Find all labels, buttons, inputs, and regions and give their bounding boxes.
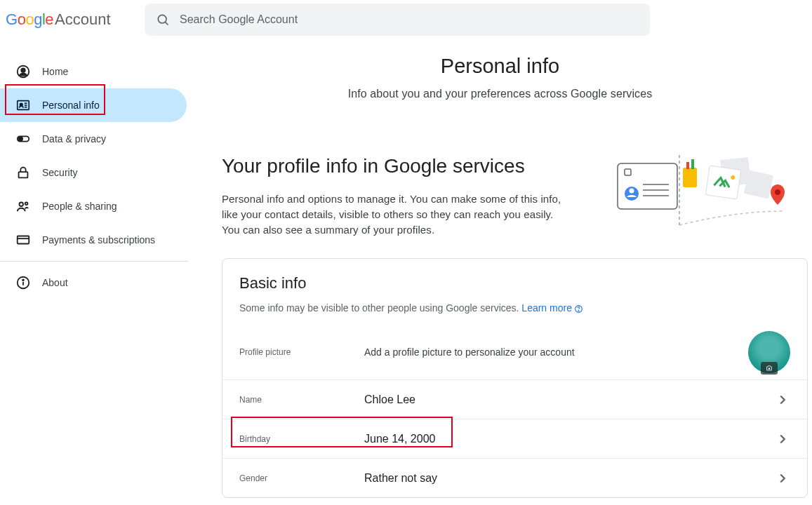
id-card-icon <box>15 97 32 113</box>
row-profile-picture[interactable]: Profile picture Add a profile picture to… <box>222 325 807 379</box>
svg-rect-19 <box>618 163 677 209</box>
chevron-right-icon <box>775 431 790 447</box>
basic-info-card: Basic info Some info may be visible to o… <box>222 258 808 498</box>
svg-point-34 <box>775 189 780 195</box>
row-value: June 14, 2000 <box>364 433 775 445</box>
profile-section-desc: Personal info and options to manage it. … <box>222 191 573 237</box>
row-name[interactable]: Name Chloe Lee <box>222 379 807 419</box>
row-gender[interactable]: Gender Rather not say <box>222 458 807 497</box>
sidebar-item-label: Payments & subscriptions <box>42 234 155 245</box>
lock-icon <box>15 165 32 180</box>
svg-point-5 <box>20 103 22 106</box>
sidebar-item-data-privacy[interactable]: Data & privacy <box>0 122 187 156</box>
profile-section-title: Your profile info in Google services <box>222 155 573 177</box>
svg-rect-14 <box>18 236 29 244</box>
search-input[interactable] <box>180 13 639 26</box>
svg-rect-29 <box>691 159 694 169</box>
help-icon <box>574 304 583 314</box>
svg-point-10 <box>19 137 22 141</box>
svg-line-1 <box>166 22 168 25</box>
sidebar-item-label: About <box>42 277 68 288</box>
svg-point-13 <box>25 203 28 206</box>
divider <box>0 261 188 262</box>
sidebar-item-security[interactable]: Security <box>0 156 187 189</box>
svg-point-22 <box>630 189 634 194</box>
sidebar-item-label: Data & privacy <box>42 133 106 144</box>
info-icon <box>15 275 32 290</box>
svg-point-36 <box>578 311 579 311</box>
sidebar-item-label: People & sharing <box>42 201 117 212</box>
page-title: Personal info <box>188 55 812 78</box>
sidebar-item-people-sharing[interactable]: People & sharing <box>0 189 187 223</box>
page-subtitle: Info about you and your preferences acro… <box>188 88 812 100</box>
svg-point-37 <box>768 368 771 370</box>
header: Google Account <box>0 0 812 39</box>
home-icon <box>15 64 32 79</box>
people-icon <box>15 198 32 214</box>
row-value: Add a profile picture to personalize you… <box>364 346 748 358</box>
chevron-right-icon <box>775 392 790 408</box>
svg-rect-33 <box>744 170 773 199</box>
sidebar-item-label: Home <box>42 66 68 77</box>
row-value: Rather not say <box>364 472 775 485</box>
svg-point-12 <box>20 203 24 207</box>
row-value: Chloe Lee <box>364 393 775 406</box>
svg-rect-11 <box>19 172 28 177</box>
chevron-right-icon <box>775 471 790 486</box>
sidebar: Home Personal info Data & privacy Securi… <box>0 39 188 498</box>
sidebar-item-payments[interactable]: Payments & subscriptions <box>0 223 187 257</box>
sidebar-item-label: Personal info <box>42 100 100 111</box>
sidebar-item-personal-info[interactable]: Personal info <box>0 88 187 122</box>
camera-icon <box>761 362 778 375</box>
card-icon <box>15 232 32 248</box>
row-label: Name <box>239 395 364 405</box>
sidebar-item-about[interactable]: About <box>0 266 187 299</box>
illustration <box>609 155 806 232</box>
svg-point-18 <box>22 279 24 281</box>
basic-info-subtitle: Some info may be visible to other people… <box>222 297 807 325</box>
svg-point-3 <box>21 68 25 72</box>
row-birthday[interactable]: Birthday June 14, 2000 <box>222 419 807 458</box>
basic-info-title: Basic info <box>222 259 807 297</box>
row-label: Profile picture <box>239 347 364 357</box>
toggle-icon <box>15 131 32 147</box>
sidebar-item-home[interactable]: Home <box>0 55 187 88</box>
logo[interactable]: Google Account <box>6 11 145 29</box>
product-name: Account <box>55 11 111 29</box>
row-label: Birthday <box>239 434 364 444</box>
svg-point-0 <box>158 15 166 23</box>
row-label: Gender <box>239 473 364 483</box>
svg-rect-27 <box>683 168 697 187</box>
google-logo: Google <box>6 11 53 29</box>
search-bar[interactable] <box>145 4 650 36</box>
search-icon <box>156 13 170 27</box>
learn-more-link[interactable]: Learn more <box>521 302 583 314</box>
svg-rect-28 <box>686 162 689 169</box>
sidebar-item-label: Security <box>42 167 78 178</box>
svg-rect-4 <box>18 101 29 110</box>
avatar[interactable] <box>748 331 790 373</box>
profile-section-head: Your profile info in Google services Per… <box>222 155 812 237</box>
main-content: Personal info Info about you and your pr… <box>188 39 812 498</box>
